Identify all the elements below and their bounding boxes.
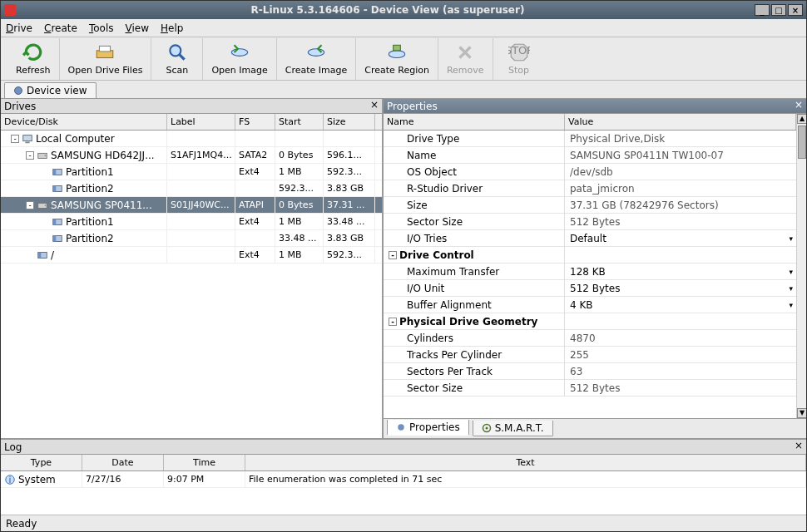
remove-button[interactable]: Remove	[438, 38, 493, 80]
svg-rect-18	[53, 185, 57, 191]
tree-toggle[interactable]: -	[26, 201, 34, 209]
drives-pane: Drives × Device/Disk Label FS Start Size…	[1, 99, 384, 438]
scroll-up-icon[interactable]: ▲	[797, 114, 807, 124]
menu-tools[interactable]: Tools	[89, 22, 114, 34]
toolbar: Refresh Open Drive Files Scan Open Image…	[1, 37, 806, 81]
cell-start	[275, 131, 324, 147]
col-log-type[interactable]: Type	[1, 455, 82, 470]
prop-name-label: Physical Drive Geometry	[399, 316, 537, 328]
drive-row[interactable]: -SAMSUNG SP0411...S01JJ40WC...ATAPI0 Byt…	[1, 197, 382, 214]
log-row[interactable]: iSystem7/27/169:07 PMFile enumeration wa…	[1, 471, 806, 488]
property-row[interactable]: Buffer Alignment4 KB▾	[384, 297, 796, 313]
stop-button[interactable]: STOP Stop	[493, 38, 545, 80]
device-view-label: Device view	[27, 85, 87, 96]
scan-button[interactable]: Scan	[151, 38, 203, 80]
property-row: Size37.31 GB (78242976 Sectors)	[384, 197, 796, 214]
col-device[interactable]: Device/Disk	[1, 114, 167, 130]
properties-header: Name Value	[384, 114, 796, 131]
create-image-button[interactable]: Create Image	[277, 38, 357, 80]
open-drive-files-button[interactable]: Open Drive Files	[60, 38, 152, 80]
prop-value: 255	[570, 349, 589, 361]
drive-row[interactable]: Partition1Ext41 MB592.3...	[1, 164, 382, 180]
drive-name: Partition1	[66, 216, 114, 228]
prop-value: 37.31 GB (78242976 Sectors)	[570, 200, 719, 211]
col-fs[interactable]: FS	[235, 114, 275, 130]
dropdown-icon[interactable]: ▾	[789, 284, 793, 293]
refresh-button[interactable]: Refresh	[7, 38, 60, 80]
dropdown-icon[interactable]: ▾	[789, 268, 793, 276]
prop-name-label: Drive Control	[399, 249, 474, 261]
log-body: iSystem7/27/169:07 PMFile enumeration wa…	[1, 471, 806, 488]
tab-smart-label: S.M.A.R.T.	[495, 422, 544, 434]
properties-body: Drive TypePhysical Drive,DiskNameSAMSUNG…	[384, 131, 796, 397]
tree-toggle[interactable]: -	[26, 151, 34, 160]
drive-name: SAMSUNG SP0411...	[51, 200, 152, 211]
tab-properties[interactable]: Properties	[387, 420, 469, 436]
property-row[interactable]: I/O Unit512 Bytes▾	[384, 280, 796, 297]
drive-row[interactable]: /Ext41 MB592.3...	[1, 247, 382, 264]
log-pane: Log × Type Date Time Text iSystem7/27/16…	[1, 438, 806, 515]
cell-label	[167, 230, 235, 247]
create-region-icon	[386, 42, 408, 63]
tree-toggle[interactable]: -	[389, 318, 397, 326]
minimize-button[interactable]: _	[755, 4, 770, 16]
property-row[interactable]: I/O TriesDefault▾	[384, 230, 796, 247]
prop-name-label: Buffer Alignment	[407, 299, 492, 311]
svg-text:i: i	[9, 474, 12, 484]
cell-size: 3.83 GB	[324, 180, 375, 197]
col-log-date[interactable]: Date	[82, 455, 164, 470]
dropdown-icon[interactable]: ▾	[789, 301, 793, 309]
dropdown-icon[interactable]: ▾	[789, 234, 793, 243]
cell-size: 592.3...	[324, 164, 375, 180]
col-log-time[interactable]: Time	[164, 455, 245, 470]
drives-close-icon[interactable]: ×	[369, 100, 380, 111]
prop-value: 512 Bytes	[570, 382, 620, 394]
info-icon: i	[4, 474, 16, 485]
svg-point-27	[398, 424, 404, 431]
menu-drive[interactable]: Drive	[6, 22, 32, 34]
drive-name: Partition2	[66, 183, 114, 195]
maximize-button[interactable]: □	[771, 4, 786, 16]
drive-row[interactable]: Partition2592.3...3.83 GB	[1, 180, 382, 197]
col-prop-value[interactable]: Value	[565, 114, 796, 130]
properties-close-icon[interactable]: ×	[793, 100, 805, 111]
svg-text:STOP: STOP	[508, 44, 530, 57]
drive-row[interactable]: -SAMSUNG HD642JJ...S1AFJ1MQ4...SATA20 By…	[1, 147, 382, 164]
drive-row[interactable]: Partition233.48 ...3.83 GB	[1, 230, 382, 247]
drive-row[interactable]: Partition1Ext41 MB33.48 ...	[1, 214, 382, 230]
log-text: File enumeration was completed in 71 sec	[245, 471, 806, 488]
open-image-button[interactable]: Open Image	[203, 38, 276, 80]
create-region-button[interactable]: Create Region	[356, 38, 438, 80]
prop-name-label: OS Object	[407, 166, 457, 178]
tab-smart[interactable]: S.M.A.R.T.	[473, 421, 553, 436]
drives-header: Device/Disk Label FS Start Size	[1, 114, 382, 131]
open-drive-icon	[94, 42, 116, 63]
col-size[interactable]: Size	[324, 114, 375, 130]
prop-value: 63	[570, 366, 582, 377]
tree-toggle[interactable]: -	[389, 251, 397, 259]
menu-view[interactable]: View	[125, 22, 148, 34]
svg-line-3	[179, 54, 185, 60]
scroll-thumb[interactable]	[798, 126, 806, 159]
device-view-tab[interactable]: Device view	[4, 82, 97, 98]
col-prop-name[interactable]: Name	[384, 114, 565, 130]
cell-size: 596.1...	[324, 147, 375, 164]
close-button[interactable]: ×	[788, 4, 803, 16]
property-row[interactable]: Maximum Transfer128 KB▾	[384, 264, 796, 280]
svg-point-6	[389, 51, 405, 58]
cell-label	[167, 164, 235, 180]
scroll-down-icon[interactable]: ▼	[797, 408, 807, 418]
col-label[interactable]: Label	[167, 114, 235, 130]
properties-scrollbar[interactable]: ▲ ▼	[796, 114, 806, 418]
menu-create[interactable]: Create	[44, 22, 77, 34]
cell-size: 37.31 ...	[324, 197, 375, 214]
remove-icon	[454, 42, 476, 63]
tree-toggle[interactable]: -	[11, 135, 19, 143]
view-tabbar: Device view	[1, 81, 806, 99]
menu-help[interactable]: Help	[161, 22, 183, 34]
log-close-icon[interactable]: ×	[793, 441, 805, 452]
col-start[interactable]: Start	[275, 114, 324, 130]
prop-value: SAMSUNG SP0411N TW100-07	[570, 150, 724, 161]
col-log-text[interactable]: Text	[245, 455, 806, 470]
drive-row[interactable]: -Local Computer	[1, 131, 382, 147]
